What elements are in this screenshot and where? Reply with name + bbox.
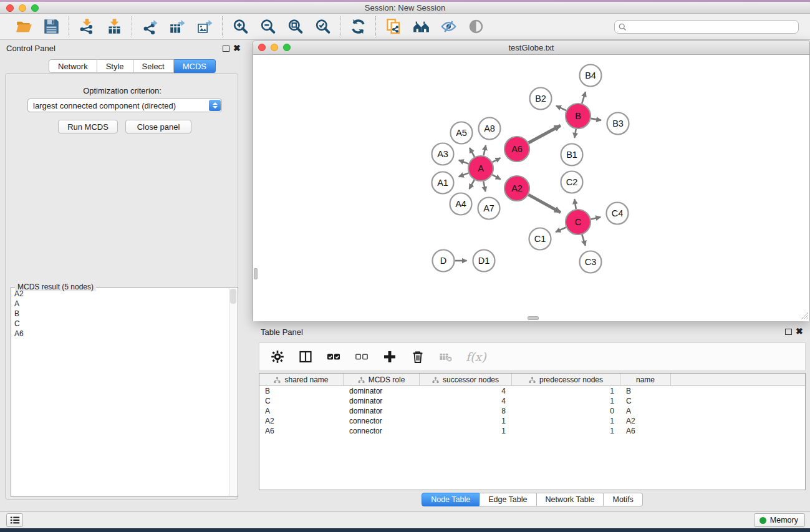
edge-A-A4[interactable] [470, 180, 475, 189]
table-settings-button[interactable] [269, 349, 286, 365]
node-C1[interactable]: C1 [529, 228, 551, 250]
edge-B-B4[interactable] [582, 92, 586, 104]
edge-C-C1[interactable] [556, 228, 566, 232]
node-A6[interactable]: A6 [504, 137, 529, 162]
zoom-selected-button[interactable] [312, 17, 332, 37]
network-vertical-scrollbar-thumb[interactable] [254, 268, 258, 279]
tab-mcds[interactable]: MCDS [174, 59, 216, 73]
node-A2[interactable]: A2 [504, 176, 529, 201]
import-table-button[interactable] [104, 17, 124, 37]
mcds-result-item[interactable]: A2 [12, 289, 228, 299]
edge-C-C2[interactable] [574, 199, 576, 209]
show-panels-button[interactable] [466, 17, 486, 37]
control-panel-float-icon[interactable] [223, 46, 229, 52]
memory-button[interactable]: Memory [754, 513, 805, 527]
deselect-all-rows-button[interactable] [354, 349, 370, 365]
node-B4[interactable]: B4 [580, 65, 602, 87]
node-A5[interactable]: A5 [451, 122, 473, 144]
export-image-button[interactable] [195, 17, 215, 37]
table-row[interactable]: Adominator80A [259, 406, 805, 416]
edge-A-A5[interactable] [470, 148, 475, 157]
mcds-result-item[interactable]: A6 [12, 329, 228, 339]
close-panel-button[interactable]: Close panel [125, 120, 191, 133]
node-B[interactable]: B [566, 104, 591, 128]
apply-layout-refresh-button[interactable] [348, 17, 368, 37]
node-B2[interactable]: B2 [530, 88, 552, 110]
mcds-result-item[interactable]: A [12, 299, 228, 309]
column-header-shared-name[interactable]: shared name [259, 374, 344, 386]
column-header-name[interactable]: name [620, 374, 671, 386]
search-field[interactable] [614, 20, 799, 34]
table-panel-close-icon[interactable]: ✖ [796, 327, 803, 335]
export-table-button[interactable] [167, 17, 187, 37]
node-D[interactable]: D [433, 250, 455, 272]
tab-network[interactable]: Network [49, 59, 97, 73]
table-panel-float-icon[interactable] [785, 329, 792, 335]
edge-A-A2[interactable] [492, 175, 500, 179]
node-A3[interactable]: A3 [432, 143, 454, 165]
node-A1[interactable]: A1 [432, 172, 454, 194]
select-all-rows-button[interactable] [325, 349, 342, 365]
edge-C-C3[interactable] [582, 235, 586, 246]
edge-A6-B[interactable] [529, 125, 561, 143]
clone-network-button[interactable] [383, 17, 403, 37]
node-A[interactable]: A [468, 156, 493, 181]
add-column-button[interactable] [382, 349, 398, 365]
tab-motifs[interactable]: Motifs [604, 493, 642, 506]
mcds-result-item[interactable]: C [12, 319, 228, 329]
edge-B-B3[interactable] [591, 118, 601, 120]
node-C2[interactable]: C2 [561, 172, 583, 193]
node-B1[interactable]: B1 [561, 144, 583, 166]
run-mcds-button[interactable]: Run MCDS [58, 120, 118, 133]
tab-network-table[interactable]: Network Table [537, 493, 604, 506]
edge-B-B2[interactable] [556, 106, 566, 111]
edge-C-C4[interactable] [591, 217, 601, 219]
zoom-fit-button[interactable] [285, 17, 305, 37]
table-row[interactable]: A2connector11A2 [259, 416, 805, 426]
column-header-predecessor-nodes[interactable]: predecessor nodes [512, 374, 620, 386]
node-A8[interactable]: A8 [479, 118, 501, 140]
network-horizontal-scrollbar-thumb[interactable] [528, 316, 539, 320]
optimization-criterion-dropdown[interactable]: largest connected component (directed) [27, 99, 222, 112]
tab-node-table[interactable]: Node Table [422, 493, 480, 506]
search-input[interactable] [630, 22, 792, 31]
mcds-result-item[interactable]: B [12, 309, 228, 319]
edge-A-A3[interactable] [459, 160, 469, 164]
node-B3[interactable]: B3 [607, 113, 629, 135]
home-button[interactable] [411, 17, 431, 37]
edge-A-A1[interactable] [459, 173, 469, 177]
table-row[interactable]: Cdominator41C [259, 396, 805, 406]
table-columns-button[interactable] [297, 349, 314, 365]
edge-A-A8[interactable] [484, 145, 486, 156]
delete-column-button[interactable] [410, 349, 426, 365]
node-C4[interactable]: C4 [607, 203, 629, 225]
table-row[interactable]: Bdominator41B [259, 386, 805, 396]
column-header-mcds-role[interactable]: MCDS role [344, 374, 420, 386]
hide-panels-button[interactable] [438, 17, 458, 37]
export-network-button[interactable] [140, 17, 160, 37]
node-D1[interactable]: D1 [473, 250, 495, 272]
column-header-successor-nodes[interactable]: successor nodes [420, 374, 512, 386]
window-resize-grip[interactable] [801, 312, 809, 320]
tab-style[interactable]: Style [97, 59, 133, 73]
edge-B-B1[interactable] [574, 129, 576, 138]
import-network-button[interactable] [77, 17, 97, 37]
network-canvas[interactable]: B4B2BB3A8A5A6A3B1AA1C2A2A4A7C4CC1C3DD1 [253, 55, 809, 321]
tab-select[interactable]: Select [133, 59, 174, 73]
show-panel-list-button[interactable] [6, 513, 23, 527]
node-C[interactable]: C [566, 210, 591, 235]
result-scrollbar-thumb[interactable] [230, 289, 236, 304]
edge-A-A6[interactable] [493, 158, 501, 162]
table-row[interactable]: A6connector11A6 [259, 426, 805, 436]
node-A7[interactable]: A7 [478, 198, 500, 220]
zoom-in-button[interactable] [230, 17, 250, 37]
save-session-button[interactable] [41, 17, 61, 37]
edge-A2-C[interactable] [528, 195, 561, 213]
open-file-button[interactable] [14, 17, 34, 37]
control-panel-close-icon[interactable]: ✖ [233, 44, 241, 52]
node-A4[interactable]: A4 [450, 193, 472, 215]
node-C3[interactable]: C3 [580, 251, 602, 273]
zoom-out-button[interactable] [258, 17, 277, 37]
tab-edge-table[interactable]: Edge Table [480, 493, 536, 506]
result-scrollbar[interactable] [229, 288, 237, 496]
